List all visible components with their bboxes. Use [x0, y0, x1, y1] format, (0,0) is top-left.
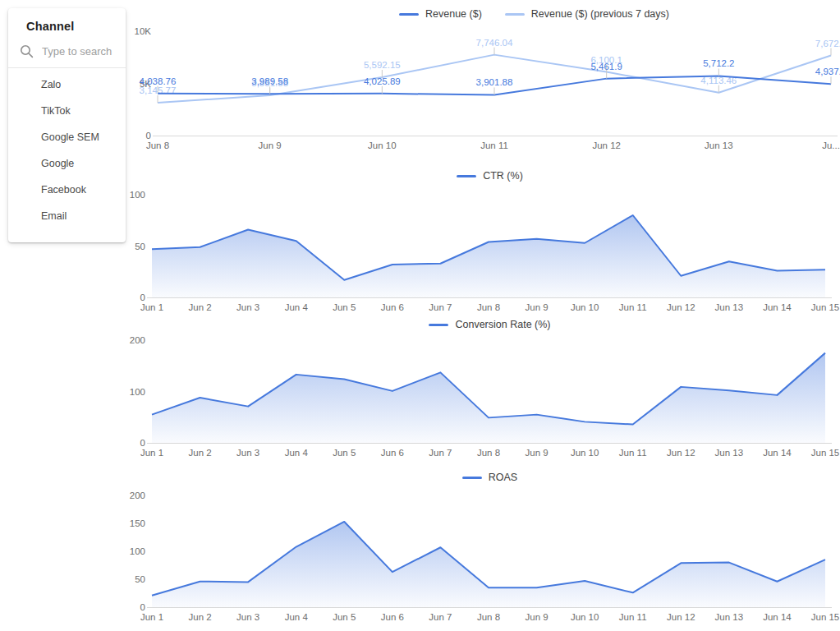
- x-tick-label: Jun 2: [189, 448, 212, 458]
- x-tick-label: Jun 3: [236, 612, 259, 622]
- series-area: [152, 353, 825, 443]
- data-label: 7,746.04: [476, 38, 513, 48]
- x-tick-label: Jun 14: [763, 448, 792, 458]
- x-tick-label: Jun 8: [477, 448, 500, 458]
- x-tick-label: Jun 10: [571, 612, 599, 622]
- y-tick-label: 100: [130, 546, 145, 556]
- legend-label: ROAS: [489, 472, 517, 483]
- channel-item-zalo[interactable]: Zalo: [8, 71, 126, 98]
- search-input[interactable]: [40, 44, 122, 58]
- y-tick-label: 200: [130, 335, 145, 345]
- legend-item-revenue-previous[interactable]: Revenue ($) (previous 7 days): [505, 8, 669, 20]
- data-label: 4,937.7: [815, 67, 840, 76]
- divider: [8, 67, 126, 68]
- line-series-icon: [505, 13, 525, 16]
- conversion-chart-canvas: 0100200Jun 1Jun 2Jun 3Jun 4Jun 5Jun 6Jun…: [0, 333, 840, 460]
- x-tick-label: Jun 7: [429, 448, 452, 458]
- x-tick-label: Jun 8: [146, 140, 169, 150]
- y-tick-label: 100: [130, 190, 145, 200]
- channel-item-google-sem[interactable]: Google SEM: [8, 124, 126, 150]
- x-tick-label: Jun 15: [811, 302, 840, 312]
- data-label: 5,461.9: [590, 62, 622, 71]
- data-label: 4,038.76: [140, 76, 177, 86]
- data-label: 5,712.2: [703, 58, 734, 68]
- channel-item-tiktok[interactable]: TikTok: [8, 98, 126, 124]
- legend-label: CTR (%): [483, 170, 523, 182]
- search-icon: [20, 44, 34, 58]
- legend-item-revenue[interactable]: Revenue ($): [399, 8, 482, 20]
- x-tick-label: Jun 7: [429, 612, 452, 622]
- x-tick-label: Jun 4: [285, 612, 309, 622]
- x-tick-label: Jun 9: [259, 140, 282, 150]
- x-tick-label: Jun 1: [140, 448, 163, 458]
- x-tick-label: Jun 7: [429, 302, 452, 312]
- x-tick-label: Jun 2: [189, 302, 212, 312]
- x-tick-label: Jun 8: [477, 612, 500, 622]
- x-tick-label: Jun 6: [381, 448, 404, 458]
- x-tick-label: Jun 3: [236, 302, 259, 312]
- x-tick-label: Jun 5: [333, 612, 356, 622]
- channel-item-email[interactable]: Email: [8, 203, 126, 229]
- x-tick-label: Jun 10: [571, 448, 599, 458]
- x-tick-label: Jun 11: [619, 448, 647, 458]
- data-label: 3,989.58: [251, 76, 288, 86]
- x-tick-label: Jun 6: [381, 302, 404, 312]
- x-tick-label: Jun 15: [811, 448, 840, 458]
- x-tick-label: Jun 11: [619, 302, 647, 312]
- search-row: [20, 44, 126, 58]
- x-tick-label: Jun 11: [619, 612, 647, 622]
- x-tick-label: Jun 12: [667, 448, 695, 458]
- channel-item-facebook[interactable]: Facebook: [8, 177, 126, 203]
- x-tick-label: Jun 5: [333, 448, 356, 458]
- y-tick-label: 0: [140, 438, 145, 448]
- x-tick-label: Ju...: [822, 140, 840, 150]
- x-tick-label: Jun 14: [763, 302, 792, 312]
- x-tick-label: Jun 13: [715, 612, 744, 622]
- x-tick-label: Jun 8: [477, 302, 500, 312]
- y-tick-label: 0: [146, 131, 151, 140]
- x-tick-label: Jun 10: [571, 302, 599, 312]
- x-tick-label: Jun 5: [333, 302, 356, 312]
- data-label: 5,592.15: [364, 60, 401, 70]
- data-label: 7,672.1: [815, 39, 840, 48]
- legend-item-roas[interactable]: ROAS: [462, 472, 517, 483]
- line-series-icon: [457, 175, 476, 177]
- roas-legend: ROAS: [140, 470, 840, 485]
- x-tick-label: Jun 9: [526, 448, 549, 458]
- y-tick-label: 50: [135, 242, 145, 251]
- y-tick-label: 10K: [135, 26, 152, 36]
- x-tick-label: Jun 9: [526, 612, 549, 622]
- series-area: [152, 215, 825, 297]
- line-series-icon: [399, 13, 419, 16]
- conversion-legend: Conversion Rate (%): [140, 317, 840, 332]
- legend-item-conversion-rate[interactable]: Conversion Rate (%): [429, 319, 550, 330]
- channel-item-google[interactable]: Google: [8, 150, 126, 177]
- x-tick-label: Jun 10: [368, 140, 397, 150]
- roas-chart-canvas: 050100150200Jun 1Jun 2Jun 3Jun 4Jun 5Jun…: [0, 487, 840, 631]
- x-tick-label: Jun 3: [236, 448, 259, 458]
- line-series-icon: [429, 324, 448, 326]
- x-tick-label: Jun 12: [592, 140, 621, 150]
- x-tick-label: Jun 12: [667, 612, 695, 622]
- x-tick-label: Jun 1: [140, 612, 163, 622]
- x-tick-label: Jun 4: [285, 448, 309, 458]
- x-tick-label: Jun 14: [763, 612, 792, 622]
- x-tick-label: Jun 6: [381, 612, 404, 622]
- legend-label: Revenue ($): [425, 8, 482, 20]
- x-tick-label: Jun 9: [526, 302, 549, 312]
- x-tick-label: Jun 13: [705, 140, 733, 150]
- channel-list: Zalo TikTok Google SEM Google Facebook E…: [8, 71, 126, 229]
- y-tick-label: 50: [135, 574, 145, 584]
- legend-item-ctr[interactable]: CTR (%): [457, 170, 523, 182]
- data-label: 4,025.89: [364, 76, 401, 86]
- y-tick-label: 0: [140, 602, 145, 612]
- x-tick-label: Jun 12: [667, 302, 695, 312]
- ctr-legend: CTR (%): [140, 168, 840, 183]
- x-tick-label: Jun 2: [189, 612, 212, 622]
- revenue-legend: Revenue ($) Revenue ($) (previous 7 days…: [140, 7, 840, 21]
- legend-label: Revenue ($) (previous 7 days): [531, 8, 669, 20]
- revenue-chart-canvas: 05K10KJun 8Jun 9Jun 10Jun 11Jun 12Jun 13…: [0, 23, 840, 160]
- line-series-icon: [462, 477, 482, 479]
- channel-filter-panel: Channel Zalo TikTok Google SEM Google Fa…: [8, 8, 126, 242]
- x-tick-label: Jun 4: [285, 302, 309, 312]
